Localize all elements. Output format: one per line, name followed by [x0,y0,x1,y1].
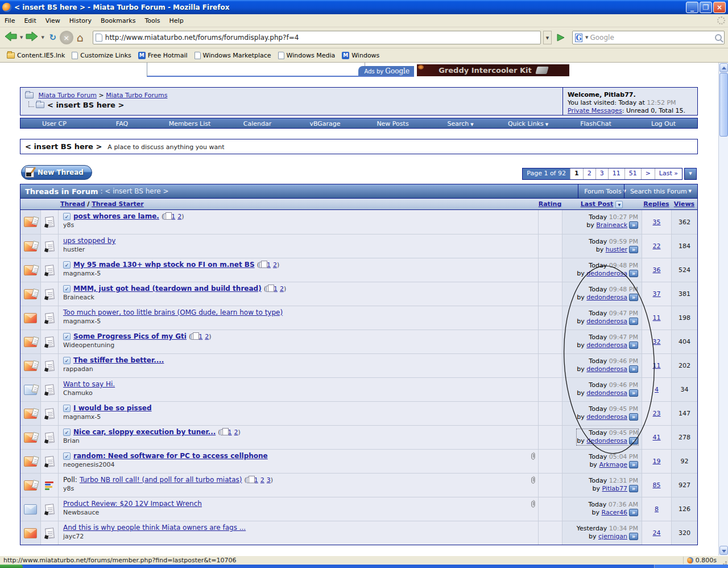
page-link[interactable]: 3 [595,168,608,179]
go-to-last-post-icon[interactable]: » [629,389,638,397]
private-messages-link[interactable]: Private Messages [568,107,622,114]
last-poster-link[interactable]: dedonderosa [586,294,627,301]
thread-title-link[interactable]: Too much power, too little brains (OMG d… [63,308,283,317]
menu-history[interactable]: History [65,15,96,26]
thread-title-link[interactable]: Some Progress Pics of my Gti [73,332,187,341]
thread-title-link[interactable]: Turbo NB roll call! (and poll for all tu… [80,476,242,484]
thread-page-link[interactable]: 2 [234,428,238,437]
go-button[interactable] [554,31,568,44]
page-link[interactable]: Last » [655,168,682,179]
resize-grip[interactable] [725,561,727,563]
menu-edit[interactable]: Edit [19,15,40,26]
start-button-edge[interactable] [0,565,23,568]
last-poster-link[interactable]: cjernigan [598,533,627,540]
page-link[interactable]: 2 [583,168,595,179]
go-to-last-post-icon[interactable]: » [629,437,638,444]
thread-page-link[interactable]: 3 [267,476,271,484]
sort-by-starter-link[interactable]: Thread Starter [92,200,144,208]
minimize-button[interactable]: _ [686,2,698,13]
go-to-last-post-icon[interactable]: » [629,461,638,468]
replies-count-link[interactable]: 35 [653,219,661,226]
thread-title-link[interactable]: Want to say Hi. [63,380,115,389]
replies-count-link[interactable]: 22 [653,242,661,250]
thread-title-link[interactable]: MMM, just got head (teardown and build t… [73,285,262,293]
navbar-item-new-posts[interactable]: New Posts [359,118,427,128]
menu-bookmarks[interactable]: Bookmarks [96,15,140,26]
go-to-last-post-icon[interactable]: » [629,341,638,349]
scrollbar-thumb[interactable] [719,73,728,137]
restore-button[interactable]: ❐ [700,2,712,13]
bookmark-item[interactable]: Content.IE5.lnk [3,51,68,60]
navbar-item-search[interactable]: Search▼ [427,118,494,128]
back-button[interactable] [3,30,18,45]
thread-page-link[interactable]: 1 [274,285,278,293]
replies-count-link[interactable]: 23 [653,410,661,417]
navbar-item-flashchat[interactable]: FlashChat [562,118,630,128]
address-bar[interactable] [93,31,541,44]
thread-title-link[interactable]: Product Review: $20 12V Impact Wrench [63,500,202,508]
url-input[interactable] [105,34,538,42]
thread-page-link[interactable]: 1 [171,212,175,221]
last-poster-link[interactable]: dedonderosa [586,270,627,277]
go-to-last-post-icon[interactable]: » [629,485,638,492]
navbar-item-members-list[interactable]: Members List [156,118,224,128]
thread-title-link[interactable]: My 95 made 130+ whp stock no FI on m.net… [73,261,255,269]
last-poster-link[interactable]: dedonderosa [586,341,627,349]
menu-tools[interactable]: Tools [140,15,164,26]
thread-page-link[interactable]: 2 [260,476,264,484]
replies-count-link[interactable]: 8 [655,505,659,513]
thread-title-link[interactable]: Nice car, sloppy execution by tuner... [73,428,216,437]
greddy-ad-banner[interactable]: Greddy Intercooler Kit [417,64,569,76]
menu-view[interactable]: View [41,15,65,26]
thread-page-link[interactable]: 2 [280,285,284,293]
replies-count-link[interactable]: 37 [653,290,661,298]
last-poster-link[interactable]: Pitlab77 [602,485,627,492]
new-thread-button[interactable]: New Thread [21,165,92,180]
menu-file[interactable]: File [0,15,19,26]
page-link[interactable]: 1 [570,168,583,179]
go-to-last-post-icon[interactable]: » [629,221,638,229]
last-poster-link[interactable]: dedonderosa [586,365,627,373]
replies-count-link[interactable]: 85 [653,481,661,489]
thread-title-link[interactable]: random: Need software for PC to access c… [73,452,268,460]
search-input[interactable] [590,34,715,42]
go-to-last-post-icon[interactable]: » [629,294,638,301]
thread-title-link[interactable]: And this is why people think Miata owner… [63,524,246,532]
search-icon[interactable] [715,34,722,41]
last-poster-link[interactable]: Racer46 [602,509,627,516]
home-button[interactable]: ⌂ [73,31,87,44]
last-poster-link[interactable]: Arkmage [599,461,627,468]
replies-count-link[interactable]: 36 [653,266,661,274]
go-to-last-post-icon[interactable]: » [629,270,638,277]
thread-page-link[interactable]: 1 [267,261,271,269]
go-to-last-post-icon[interactable]: » [629,365,638,373]
navbar-item-quick-links[interactable]: Quick Links▼ [494,118,562,128]
forward-button[interactable] [24,30,39,45]
navbar-item-calendar[interactable]: Calendar [224,118,291,128]
go-to-last-post-icon[interactable]: » [629,413,638,421]
search-this-forum-button[interactable]: Search this Forum▼ [624,184,697,198]
replies-count-link[interactable]: 41 [653,434,661,441]
scroll-up-button[interactable] [719,63,728,72]
replies-count-link[interactable]: 32 [653,338,661,345]
bookmark-item[interactable]: Windows Media [275,51,339,60]
sort-by-replies-link[interactable]: Replies [643,200,669,208]
navbar-item-log-out[interactable]: Log Out [630,118,697,128]
navbar-item-vbgarage[interactable]: vBGarage [291,118,359,128]
sort-by-views-link[interactable]: Views [674,200,694,208]
bookmark-item[interactable]: Windows Marketplace [191,51,275,60]
replies-count-link[interactable]: 11 [653,362,661,369]
thread-title-link[interactable]: The stiffer the better.... [73,356,164,365]
ads-by-google-badge[interactable]: Ads by Google [358,66,414,76]
stop-button[interactable]: × [60,31,73,44]
back-dropdown-icon[interactable]: ▼ [18,35,24,40]
navbar-item-faq[interactable]: FAQ [88,118,156,128]
bookmark-item[interactable]: Customize Links [68,51,135,60]
last-poster-link[interactable]: dedonderosa [586,413,627,421]
sort-descending-icon[interactable]: ▼ [615,201,623,208]
thread-page-link[interactable]: 1 [254,476,258,484]
go-to-last-post-icon[interactable]: » [629,509,638,516]
last-poster-link[interactable]: dedonderosa [586,437,627,444]
last-poster-link[interactable]: Braineack [596,221,627,229]
reload-button[interactable]: ↻ [46,31,60,44]
